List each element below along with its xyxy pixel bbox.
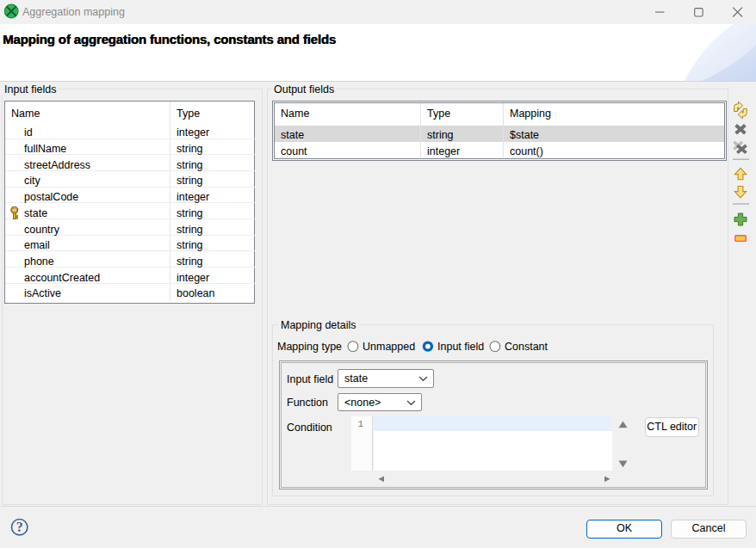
svg-text:?: ? bbox=[15, 520, 22, 534]
